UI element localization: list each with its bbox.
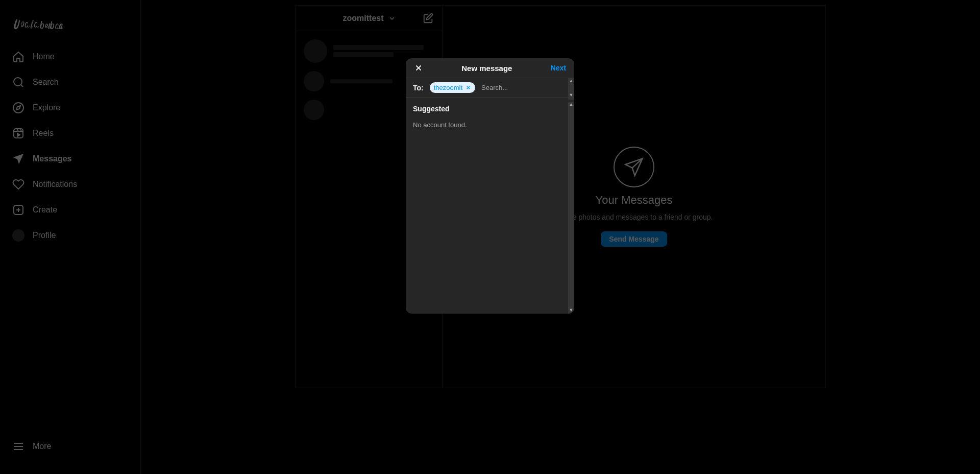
scrollbar-track[interactable]: ▲ ▼ xyxy=(568,102,574,314)
to-label: To: xyxy=(413,84,424,92)
new-message-modal: New message Next To: thezoomit Suggested… xyxy=(406,58,574,314)
scrollbar-track[interactable]: ▲ ▼ xyxy=(568,78,574,100)
recipient-search-input[interactable] xyxy=(481,84,567,91)
modal-title: New message xyxy=(461,64,512,73)
scroll-up-arrow[interactable]: ▲ xyxy=(568,102,574,107)
scroll-down-arrow[interactable]: ▼ xyxy=(568,307,574,313)
remove-chip-button[interactable] xyxy=(465,85,471,90)
recipient-chip: thezoomit xyxy=(430,82,475,93)
chip-label: thezoomit xyxy=(434,84,462,91)
suggested-heading: Suggested xyxy=(413,105,567,113)
close-button[interactable] xyxy=(414,63,423,73)
recipient-row: To: thezoomit xyxy=(406,78,574,98)
next-button[interactable]: Next xyxy=(551,64,566,72)
scroll-up-arrow[interactable]: ▲ xyxy=(568,78,574,83)
modal-header: New message Next xyxy=(406,58,574,78)
modal-overlay[interactable]: New message Next To: thezoomit Suggested… xyxy=(0,0,980,474)
scroll-down-arrow[interactable]: ▼ xyxy=(568,92,574,98)
no-account-text: No account found. xyxy=(413,121,567,129)
modal-body: Suggested No account found. xyxy=(406,98,574,314)
